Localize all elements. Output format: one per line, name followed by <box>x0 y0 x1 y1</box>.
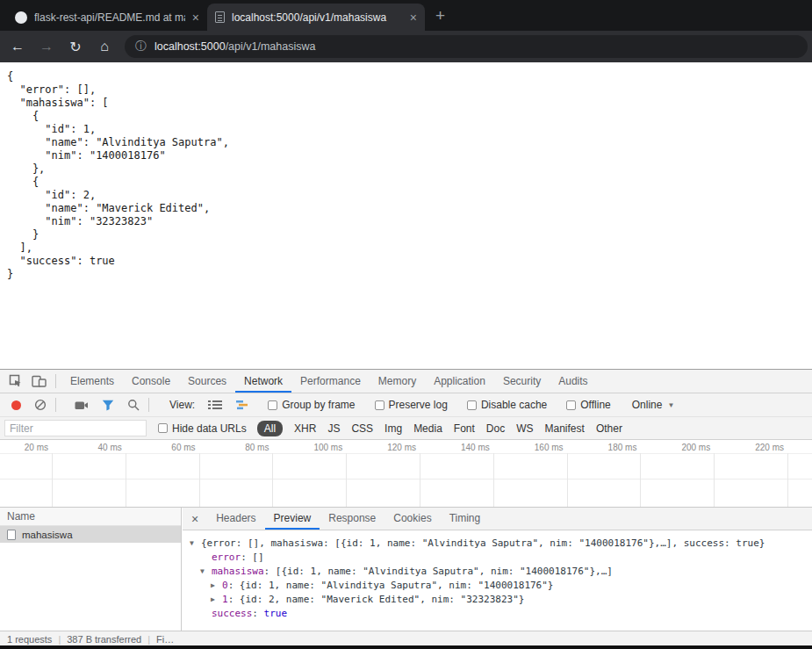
back-icon[interactable]: ← <box>6 39 29 54</box>
preview-line[interactable]: ▼{error: [], mahasiswa: [{id: 1, name: "… <box>183 537 812 551</box>
address-bar[interactable]: ⓘ localhost:5000/api/v1/mahasiswa <box>125 35 808 58</box>
status-item: 1 requests <box>7 634 52 645</box>
filter-type-doc[interactable]: Doc <box>486 422 505 436</box>
collapse-icon[interactable]: ▼ <box>190 537 201 551</box>
timeline-gridline <box>567 453 568 507</box>
overview-divider <box>0 453 812 454</box>
expand-icon[interactable]: ▶ <box>211 593 222 607</box>
request-row-mahasiswa[interactable]: mahasiswa <box>0 526 181 543</box>
status-separator: | <box>147 634 150 645</box>
collapse-icon[interactable]: ▼ <box>200 565 212 579</box>
status-bar: 1 requests|387 B transferred|Fi… <box>0 631 812 646</box>
expand-icon[interactable]: ▶ <box>211 579 222 593</box>
preview-bool: true <box>264 608 288 619</box>
record-icon[interactable] <box>11 400 21 410</box>
devtools-tab-memory[interactable]: Memory <box>370 370 425 393</box>
devtools-tab-application[interactable]: Application <box>425 370 494 393</box>
preview-key: mahasiswa <box>212 566 264 577</box>
toggle-hide-data-urls[interactable]: Hide data URLs <box>158 422 247 435</box>
preview-key: 1 <box>222 594 228 605</box>
toggle-disable-cache[interactable]: Disable cache <box>467 399 547 411</box>
status-separator: | <box>58 634 61 645</box>
browser-tab-localhost[interactable]: localhost:5000/api/v1/mahasiswa × <box>207 4 425 31</box>
filter-type-img[interactable]: Img <box>384 422 402 436</box>
inspect-element-icon[interactable] <box>9 374 23 388</box>
close-details-icon[interactable]: × <box>183 512 207 526</box>
filter-type-manifest[interactable]: Manifest <box>545 422 585 436</box>
column-header-name[interactable]: Name <box>0 508 181 526</box>
checkbox-icon[interactable] <box>375 400 384 410</box>
checkbox-icon[interactable] <box>566 400 576 410</box>
filter-input[interactable] <box>4 420 147 436</box>
url-path: /api/v1/mahasiswa <box>226 40 316 53</box>
reload-icon[interactable]: ↻ <box>64 39 87 55</box>
forward-icon[interactable]: → <box>35 39 58 54</box>
tab-close-icon[interactable]: × <box>410 11 417 24</box>
toggle-preserve-log[interactable]: Preserve log <box>375 399 448 411</box>
checkbox-icon[interactable] <box>467 400 477 410</box>
url-host: localhost:5000 <box>154 40 226 53</box>
browser-tab-github-readme[interactable]: flask-rest-api/README.md at ma × <box>7 4 207 31</box>
preview-tree: ▼{error: [], mahasiswa: [{id: 1, name: "… <box>183 531 812 631</box>
network-overview[interactable]: 20 ms40 ms60 ms80 ms100 ms120 ms140 ms16… <box>0 440 812 508</box>
filter-type-css[interactable]: CSS <box>351 422 373 436</box>
devtools-tab-network[interactable]: Network <box>235 370 291 393</box>
filter-type-media[interactable]: Media <box>413 422 442 436</box>
timeline-label: 140 ms <box>444 443 490 452</box>
search-icon[interactable] <box>127 399 140 411</box>
devtools-tab-elements[interactable]: Elements <box>61 370 123 393</box>
filter-type-all[interactable]: All <box>257 421 283 436</box>
devtools-tabs: ElementsConsoleSourcesNetworkPerformance… <box>61 370 597 393</box>
overview-waterfall-icon[interactable] <box>235 400 248 410</box>
devtools-tab-audits[interactable]: Audits <box>550 370 596 393</box>
checkbox-icon[interactable] <box>158 423 168 433</box>
filter-type-font[interactable]: Font <box>454 422 475 436</box>
timeline-label: 40 ms <box>76 443 122 452</box>
devtools-panel: ElementsConsoleSourcesNetworkPerformance… <box>0 369 812 645</box>
details-pane: × HeadersPreviewResponseCookiesTiming ▼{… <box>183 508 812 631</box>
details-tab-response[interactable]: Response <box>320 508 384 530</box>
new-tab-button[interactable]: + <box>435 7 445 24</box>
capture-screenshots-icon[interactable] <box>75 400 89 411</box>
toggle-group-by-frame[interactable]: Group by frame <box>268 399 355 411</box>
filter-type-ws[interactable]: WS <box>516 422 533 436</box>
preview-line[interactable]: ▶0: {id: 1, name: "Alvinditya Saputra", … <box>183 579 812 593</box>
timeline-label: 120 ms <box>370 443 416 452</box>
preview-line[interactable]: ▼mahasiswa: [{id: 1, name: "Alvinditya S… <box>183 565 812 579</box>
timeline-gridline <box>493 453 494 507</box>
details-tab-cookies[interactable]: Cookies <box>384 508 440 530</box>
page-info-icon[interactable]: ⓘ <box>135 39 147 54</box>
home-icon[interactable]: ⌂ <box>93 39 116 54</box>
filter-type-xhr[interactable]: XHR <box>294 422 316 436</box>
toolbar-divider <box>148 398 149 412</box>
details-tab-timing[interactable]: Timing <box>441 508 490 530</box>
preview-line: success: true <box>183 607 812 621</box>
timeline-gridline <box>787 453 788 507</box>
devtools-tab-performance[interactable]: Performance <box>291 370 370 393</box>
devtools-tab-console[interactable]: Console <box>123 370 179 393</box>
details-tab-preview[interactable]: Preview <box>265 508 320 530</box>
document-favicon <box>215 11 225 23</box>
filter-icon[interactable] <box>102 400 114 411</box>
network-toolbar-checkboxes: Group by framePreserve logDisable cacheO… <box>248 399 611 411</box>
filter-type-other[interactable]: Other <box>596 422 622 436</box>
status-item: Fi… <box>156 634 174 645</box>
preview-key: error <box>212 552 241 563</box>
devtools-tab-security[interactable]: Security <box>494 370 550 393</box>
devtools-tab-sources[interactable]: Sources <box>179 370 235 393</box>
preview-line[interactable]: ▶1: {id: 2, name: "Maverick Edited", nim… <box>183 593 812 607</box>
timeline-gridline <box>714 453 715 507</box>
tab-close-icon[interactable]: × <box>192 11 199 24</box>
throttling-dropdown[interactable]: Online ▼ <box>632 399 675 411</box>
resource-type-filters: AllXHRJSCSSImgMediaFontDocWSManifestOthe… <box>257 421 622 436</box>
details-tab-headers[interactable]: Headers <box>207 508 264 530</box>
toggle-offline[interactable]: Offline <box>566 399 610 411</box>
chevron-down-icon: ▼ <box>667 401 674 409</box>
clear-icon[interactable] <box>34 399 47 411</box>
checkbox-label: Hide data URLs <box>172 422 247 435</box>
checkbox-icon[interactable] <box>268 400 277 410</box>
timeline-gridline <box>346 453 347 507</box>
device-toolbar-icon[interactable] <box>32 374 47 388</box>
filter-type-js[interactable]: JS <box>327 422 340 436</box>
list-view-icon[interactable] <box>208 400 222 410</box>
